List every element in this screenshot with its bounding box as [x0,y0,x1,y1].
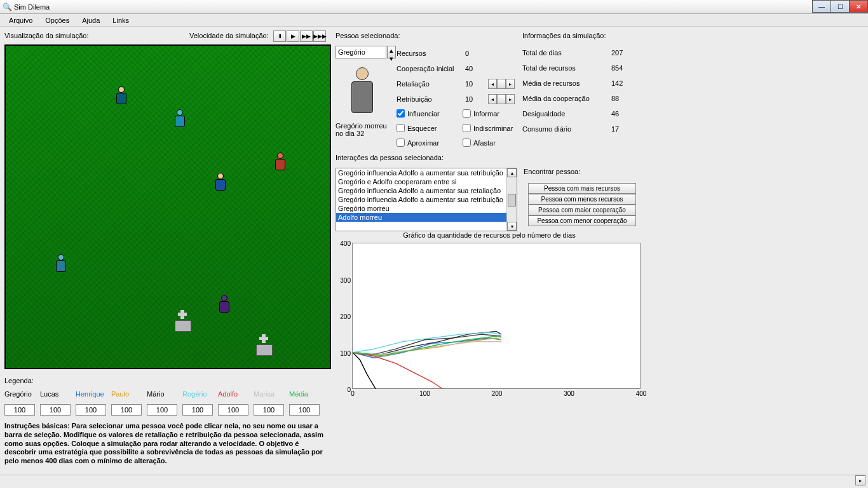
interactions-list[interactable]: Gregório influencia Adolfo a aumentar su… [336,168,517,231]
interaction-item[interactable]: Gregório influencia Adolfo a aumentar su… [336,168,517,177]
speed-play-button[interactable]: ▶ [287,30,299,42]
label-visualizacao: Visualização da simulação: [4,32,88,39]
menu-arquivo[interactable]: Arquivo [3,15,39,25]
check-esquecer[interactable] [397,124,405,132]
interaction-item[interactable]: Gregório e Adolfo cooperaram entre si [336,177,517,186]
spinner-down-icon[interactable]: ▾ [388,55,395,63]
spinner-right-icon[interactable]: ▸ [506,79,515,89]
legend-column: Lucas100 [40,390,76,416]
legend-value-input[interactable]: 100 [76,404,106,416]
legend-value-input[interactable]: 100 [182,404,213,416]
speed-pause-button[interactable]: ⏸ [273,30,286,42]
person-select[interactable]: Gregório [336,46,386,58]
spinner-left-icon[interactable]: ◂ [488,94,497,104]
label-desigualdade: Desigualdade [522,110,611,118]
workspace: Visualização da simulação: Velocidade da… [0,27,868,488]
person-status: Gregório morreu no dia 32 [336,122,393,137]
app-icon: 🔍 [3,3,11,11]
chart-xtick: 200 [492,390,503,397]
check-afastar[interactable] [463,139,471,147]
sprite-person[interactable] [53,254,69,274]
value-media-recursos: 142 [611,79,637,87]
legend-column: Mário100 [147,390,182,416]
maximize-button[interactable]: ☐ [831,0,850,13]
label-consumo: Consumo diário [522,125,611,133]
menu-ajuda[interactable]: Ajuda [76,15,106,25]
legend-column: Rogério100 [182,390,218,416]
interaction-item[interactable]: Adolfo morreu [336,213,517,222]
check-aproximar[interactable] [397,139,405,147]
scroll-down-icon[interactable]: ▾ [507,222,517,231]
label-encontrar: Encontrar pessoa: [524,168,580,175]
chart-xtick: 400 [636,390,647,397]
retribuicao-spinner[interactable]: ◂ ▸ [488,94,515,104]
find-menor-coop-button[interactable]: Pessoa com menor cooperação [528,215,636,226]
legend-name[interactable]: Paulo [111,390,147,400]
interaction-item[interactable]: Gregório morreu [336,204,517,213]
sprite-person[interactable] [273,152,288,173]
label-pessoa-selecionada: Pessoa selecionada: [336,32,400,39]
spinner-right-icon[interactable]: ▸ [506,94,515,104]
legend-name[interactable]: Marisa [254,390,289,400]
label-retaliacao: Retaliação [397,80,465,88]
minimize-button[interactable]: — [812,0,831,13]
avatar [343,62,381,119]
chart-ytick: 400 [336,240,353,247]
legend-value-input[interactable]: 100 [289,404,320,416]
scroll-thumb[interactable] [508,194,516,207]
legend-value-input[interactable]: 100 [147,404,177,416]
scroll-corner-icon[interactable]: ▸ [855,475,865,485]
legend-value-input[interactable]: 100 [4,404,35,416]
grave-icon[interactable] [256,337,273,356]
sprite-person[interactable] [114,86,129,107]
legend-name[interactable]: Gregório [4,390,40,400]
spinner-mid[interactable] [497,94,506,104]
legend-name[interactable]: Henrique [76,390,111,400]
check-indiscriminar[interactable] [463,124,471,132]
grave-icon[interactable] [175,313,191,332]
speed-fastest-button[interactable]: ▶▶▶ [313,30,326,42]
find-maior-coop-button[interactable]: Pessoa com maior cooperação [528,205,636,215]
spinner-left-icon[interactable]: ◂ [488,79,497,89]
interaction-item[interactable]: Gregório influencia Adolfo a aumentar su… [336,186,517,195]
value-coop-inicial: 40 [465,65,484,72]
scroll-up-icon[interactable]: ▴ [507,168,517,177]
close-button[interactable]: ✕ [849,0,868,13]
legend-name[interactable]: Adolfo [218,390,254,400]
spinner-up-icon[interactable]: ▴ [388,46,395,55]
interaction-item[interactable]: Gregório influencia Adolfo a aumentar su… [336,195,517,204]
person-select-spinner[interactable]: ▴▾ [387,46,396,58]
window-title: Sim Dilema [14,3,50,11]
label-aproximar: Aproximar [407,139,439,147]
legend-name[interactable]: Mário [147,390,182,400]
label-afastar: Afastar [473,139,496,147]
legend-row: Gregório100Lucas100Henrique100Paulo100Má… [4,390,325,416]
speed-fast-button[interactable]: ▶▶ [300,30,313,42]
legend-value-input[interactable]: 100 [111,404,142,416]
find-mais-recursos-button[interactable]: Pessoa com mais recursos [528,183,636,194]
legend-name[interactable]: Lucas [40,390,76,400]
check-influenciar[interactable] [397,109,405,118]
label-legenda: Legenda: [4,377,34,384]
simulation-viewport[interactable] [4,44,331,369]
menu-links[interactable]: Links [106,15,135,25]
value-desigualdade: 46 [611,110,637,118]
legend-value-input[interactable]: 100 [254,404,284,416]
legend-name[interactable]: Média [289,390,325,400]
speed-controls: ⏸ ▶ ▶▶ ▶▶▶ [273,30,327,42]
label-info-simulacao: Informações da simulação: [522,32,606,39]
spinner-mid[interactable] [497,79,506,89]
sprite-person[interactable] [213,173,228,193]
scrollbar[interactable]: ▴ ▾ [506,168,517,231]
legend-value-input[interactable]: 100 [40,404,71,416]
retaliacao-spinner[interactable]: ◂ ▸ [488,79,515,89]
chart-xtick: 0 [351,390,355,397]
menu-opcoes[interactable]: Opções [39,15,76,25]
instructions-text: Instruções básicas: Para selecionar uma … [4,422,331,466]
sprite-person[interactable] [172,109,187,130]
check-informar[interactable] [463,109,471,118]
legend-name[interactable]: Rogério [182,390,218,400]
find-menos-recursos-button[interactable]: Pessoa com menos recursos [528,194,636,205]
legend-value-input[interactable]: 100 [218,404,248,416]
sprite-person[interactable] [217,295,232,315]
